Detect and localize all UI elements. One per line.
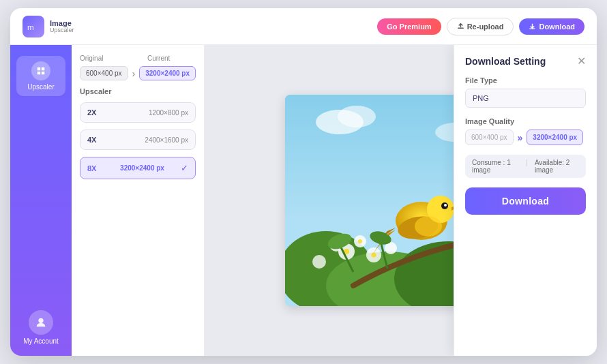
sidebar-item-upscaler[interactable]: Upscaler: [16, 56, 65, 96]
file-type-section: File Type PNG: [465, 76, 586, 108]
quality-from: 600×400 px: [465, 130, 514, 145]
header: m Image Upscaler Go Premium Re-upload Do…: [10, 8, 597, 45]
current-size-badge: 3200×2400 px: [139, 66, 196, 80]
svg-point-29: [445, 204, 446, 206]
account-label: My Account: [23, 337, 59, 345]
image-quality-label: Image Quality: [465, 117, 586, 125]
header-download-button[interactable]: Download: [519, 18, 584, 35]
multiplier-8x: 8X: [87, 164, 104, 172]
upscaler-section: Upscaler: [80, 87, 196, 95]
size-labels-row: Original Current: [80, 55, 196, 65]
image-area: 🔍 100% 🔍 Download Setting ✕ File Type PN…: [205, 45, 597, 356]
size-4x: 2400×1600 px: [145, 136, 188, 144]
reupload-button[interactable]: Re-upload: [447, 18, 514, 35]
size-2x: 1200×800 px: [149, 109, 188, 117]
svg-point-30: [415, 216, 442, 237]
original-size-badge: 600×400 px: [80, 66, 128, 80]
quality-arrow-icon: »: [518, 132, 523, 143]
app-body: Upscaler My Account Original: [10, 45, 597, 356]
download-button[interactable]: Download: [465, 187, 586, 215]
header-actions: Go Premium Re-upload Download: [377, 18, 584, 35]
multiplier-2x: 2X: [87, 108, 104, 117]
sidebar-item-upscaler-label: Upscaler: [27, 83, 54, 91]
upscaler-icon: [31, 61, 50, 80]
size-values-row: 600×400 px › 3200×2400 px: [80, 66, 196, 80]
upscale-option-4x[interactable]: 4X 2400×1600 px: [80, 130, 196, 150]
app-window: m Image Upscaler Go Premium Re-upload Do…: [10, 8, 597, 356]
consume-label: Consume : 1 image: [472, 159, 519, 174]
svg-point-19: [371, 253, 376, 258]
multiplier-4x: 4X: [87, 136, 104, 144]
arrow-icon: ›: [132, 68, 136, 79]
close-panel-button[interactable]: ✕: [577, 56, 586, 67]
panel-header-row: Download Setting ✕: [465, 56, 586, 67]
svg-point-14: [312, 255, 326, 269]
upscale-option-2x[interactable]: 2X 1200×800 px: [80, 102, 196, 123]
quality-row: 600×400 px » 3200×2400 px: [465, 130, 586, 145]
sidebar-account[interactable]: My Account: [23, 310, 59, 345]
consume-info-row: Consume : 1 image | Available: 2 image: [465, 155, 586, 178]
svg-text:m: m: [27, 22, 34, 31]
file-type-value[interactable]: PNG: [465, 89, 586, 108]
go-premium-button[interactable]: Go Premium: [377, 18, 441, 35]
size-8x: 3200×2400 px: [120, 164, 164, 172]
sidebar: Upscaler My Account: [10, 45, 72, 356]
file-type-label: File Type: [465, 76, 586, 85]
original-label: Original: [80, 55, 128, 62]
svg-point-4: [338, 106, 376, 127]
image-quality-section: Image Quality 600×400 px » 3200×2400 px: [465, 117, 586, 145]
check-icon: ✓: [181, 163, 188, 173]
brand-name: Image: [50, 19, 74, 27]
svg-point-1: [38, 318, 43, 323]
download-settings-panel: Download Setting ✕ File Type PNG Image Q…: [454, 45, 597, 356]
available-label: Available: 2 image: [535, 159, 579, 174]
logo-area: m Image Upscaler: [23, 16, 74, 37]
size-info: Original Current 600×400 px › 3200×2400 …: [80, 55, 196, 80]
panel-title: Download Setting: [465, 56, 546, 67]
upscale-option-8x[interactable]: 8X 3200×2400 px ✓: [80, 157, 196, 179]
controls-panel: Original Current 600×400 px › 3200×2400 …: [72, 45, 205, 356]
quality-to: 3200×2400 px: [527, 130, 583, 145]
logo-text: Image Upscaler: [50, 19, 74, 34]
logo-icon: m: [23, 16, 44, 37]
current-label: Current: [147, 55, 196, 62]
account-icon: [29, 310, 53, 335]
brand-sub: Upscaler: [50, 27, 74, 34]
content-row: Original Current 600×400 px › 3200×2400 …: [72, 45, 597, 356]
svg-point-18: [358, 239, 362, 243]
upscaler-section-label: Upscaler: [80, 87, 196, 95]
